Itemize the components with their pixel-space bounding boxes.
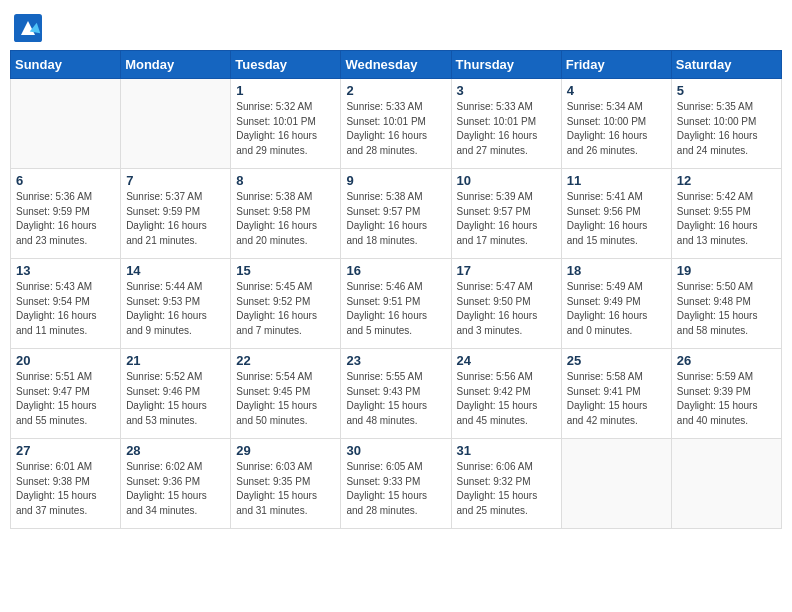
calendar-cell: 14Sunrise: 5:44 AM Sunset: 9:53 PM Dayli… <box>121 259 231 349</box>
day-number: 5 <box>677 83 776 98</box>
day-info: Sunrise: 5:37 AM Sunset: 9:59 PM Dayligh… <box>126 190 225 248</box>
day-number: 28 <box>126 443 225 458</box>
day-number: 16 <box>346 263 445 278</box>
day-info: Sunrise: 6:06 AM Sunset: 9:32 PM Dayligh… <box>457 460 556 518</box>
page-header <box>10 10 782 42</box>
day-info: Sunrise: 5:32 AM Sunset: 10:01 PM Daylig… <box>236 100 335 158</box>
day-info: Sunrise: 5:49 AM Sunset: 9:49 PM Dayligh… <box>567 280 666 338</box>
calendar-header-row: SundayMondayTuesdayWednesdayThursdayFrid… <box>11 51 782 79</box>
day-number: 21 <box>126 353 225 368</box>
calendar-cell: 20Sunrise: 5:51 AM Sunset: 9:47 PM Dayli… <box>11 349 121 439</box>
header-sunday: Sunday <box>11 51 121 79</box>
header-monday: Monday <box>121 51 231 79</box>
day-number: 25 <box>567 353 666 368</box>
day-info: Sunrise: 5:36 AM Sunset: 9:59 PM Dayligh… <box>16 190 115 248</box>
day-number: 6 <box>16 173 115 188</box>
day-info: Sunrise: 5:33 AM Sunset: 10:01 PM Daylig… <box>346 100 445 158</box>
calendar-table: SundayMondayTuesdayWednesdayThursdayFrid… <box>10 50 782 529</box>
calendar-cell: 4Sunrise: 5:34 AM Sunset: 10:00 PM Dayli… <box>561 79 671 169</box>
calendar-cell: 25Sunrise: 5:58 AM Sunset: 9:41 PM Dayli… <box>561 349 671 439</box>
day-number: 2 <box>346 83 445 98</box>
day-number: 17 <box>457 263 556 278</box>
calendar-cell: 16Sunrise: 5:46 AM Sunset: 9:51 PM Dayli… <box>341 259 451 349</box>
calendar-week-2: 6Sunrise: 5:36 AM Sunset: 9:59 PM Daylig… <box>11 169 782 259</box>
day-number: 24 <box>457 353 556 368</box>
calendar-cell: 9Sunrise: 5:38 AM Sunset: 9:57 PM Daylig… <box>341 169 451 259</box>
day-info: Sunrise: 5:38 AM Sunset: 9:57 PM Dayligh… <box>346 190 445 248</box>
calendar-cell: 28Sunrise: 6:02 AM Sunset: 9:36 PM Dayli… <box>121 439 231 529</box>
calendar-cell: 3Sunrise: 5:33 AM Sunset: 10:01 PM Dayli… <box>451 79 561 169</box>
day-number: 1 <box>236 83 335 98</box>
calendar-cell: 6Sunrise: 5:36 AM Sunset: 9:59 PM Daylig… <box>11 169 121 259</box>
day-info: Sunrise: 5:34 AM Sunset: 10:00 PM Daylig… <box>567 100 666 158</box>
header-tuesday: Tuesday <box>231 51 341 79</box>
calendar-week-5: 27Sunrise: 6:01 AM Sunset: 9:38 PM Dayli… <box>11 439 782 529</box>
calendar-week-4: 20Sunrise: 5:51 AM Sunset: 9:47 PM Dayli… <box>11 349 782 439</box>
day-info: Sunrise: 6:05 AM Sunset: 9:33 PM Dayligh… <box>346 460 445 518</box>
day-number: 11 <box>567 173 666 188</box>
day-info: Sunrise: 5:35 AM Sunset: 10:00 PM Daylig… <box>677 100 776 158</box>
logo-icon <box>14 14 42 42</box>
day-info: Sunrise: 5:47 AM Sunset: 9:50 PM Dayligh… <box>457 280 556 338</box>
calendar-week-3: 13Sunrise: 5:43 AM Sunset: 9:54 PM Dayli… <box>11 259 782 349</box>
calendar-cell: 21Sunrise: 5:52 AM Sunset: 9:46 PM Dayli… <box>121 349 231 439</box>
day-info: Sunrise: 5:42 AM Sunset: 9:55 PM Dayligh… <box>677 190 776 248</box>
calendar-cell: 19Sunrise: 5:50 AM Sunset: 9:48 PM Dayli… <box>671 259 781 349</box>
calendar-cell: 7Sunrise: 5:37 AM Sunset: 9:59 PM Daylig… <box>121 169 231 259</box>
calendar-cell: 26Sunrise: 5:59 AM Sunset: 9:39 PM Dayli… <box>671 349 781 439</box>
day-info: Sunrise: 5:54 AM Sunset: 9:45 PM Dayligh… <box>236 370 335 428</box>
day-number: 15 <box>236 263 335 278</box>
calendar-cell: 23Sunrise: 5:55 AM Sunset: 9:43 PM Dayli… <box>341 349 451 439</box>
day-number: 18 <box>567 263 666 278</box>
calendar-cell: 13Sunrise: 5:43 AM Sunset: 9:54 PM Dayli… <box>11 259 121 349</box>
calendar-cell <box>11 79 121 169</box>
day-number: 30 <box>346 443 445 458</box>
calendar-cell: 12Sunrise: 5:42 AM Sunset: 9:55 PM Dayli… <box>671 169 781 259</box>
calendar-cell: 11Sunrise: 5:41 AM Sunset: 9:56 PM Dayli… <box>561 169 671 259</box>
day-info: Sunrise: 5:45 AM Sunset: 9:52 PM Dayligh… <box>236 280 335 338</box>
calendar-cell: 24Sunrise: 5:56 AM Sunset: 9:42 PM Dayli… <box>451 349 561 439</box>
calendar-cell: 10Sunrise: 5:39 AM Sunset: 9:57 PM Dayli… <box>451 169 561 259</box>
day-info: Sunrise: 5:52 AM Sunset: 9:46 PM Dayligh… <box>126 370 225 428</box>
day-number: 26 <box>677 353 776 368</box>
calendar-cell: 22Sunrise: 5:54 AM Sunset: 9:45 PM Dayli… <box>231 349 341 439</box>
day-number: 7 <box>126 173 225 188</box>
day-number: 14 <box>126 263 225 278</box>
header-friday: Friday <box>561 51 671 79</box>
logo <box>14 14 46 42</box>
day-info: Sunrise: 5:50 AM Sunset: 9:48 PM Dayligh… <box>677 280 776 338</box>
calendar-cell: 31Sunrise: 6:06 AM Sunset: 9:32 PM Dayli… <box>451 439 561 529</box>
calendar-cell: 27Sunrise: 6:01 AM Sunset: 9:38 PM Dayli… <box>11 439 121 529</box>
day-info: Sunrise: 6:03 AM Sunset: 9:35 PM Dayligh… <box>236 460 335 518</box>
day-number: 8 <box>236 173 335 188</box>
day-number: 13 <box>16 263 115 278</box>
calendar-cell: 17Sunrise: 5:47 AM Sunset: 9:50 PM Dayli… <box>451 259 561 349</box>
day-info: Sunrise: 5:56 AM Sunset: 9:42 PM Dayligh… <box>457 370 556 428</box>
day-number: 3 <box>457 83 556 98</box>
day-info: Sunrise: 5:55 AM Sunset: 9:43 PM Dayligh… <box>346 370 445 428</box>
calendar-cell <box>561 439 671 529</box>
calendar-cell: 8Sunrise: 5:38 AM Sunset: 9:58 PM Daylig… <box>231 169 341 259</box>
calendar-cell <box>671 439 781 529</box>
day-number: 4 <box>567 83 666 98</box>
day-info: Sunrise: 5:58 AM Sunset: 9:41 PM Dayligh… <box>567 370 666 428</box>
calendar-cell: 5Sunrise: 5:35 AM Sunset: 10:00 PM Dayli… <box>671 79 781 169</box>
day-info: Sunrise: 5:44 AM Sunset: 9:53 PM Dayligh… <box>126 280 225 338</box>
day-info: Sunrise: 5:59 AM Sunset: 9:39 PM Dayligh… <box>677 370 776 428</box>
header-saturday: Saturday <box>671 51 781 79</box>
calendar-cell: 2Sunrise: 5:33 AM Sunset: 10:01 PM Dayli… <box>341 79 451 169</box>
day-number: 9 <box>346 173 445 188</box>
calendar-week-1: 1Sunrise: 5:32 AM Sunset: 10:01 PM Dayli… <box>11 79 782 169</box>
day-number: 27 <box>16 443 115 458</box>
day-number: 10 <box>457 173 556 188</box>
day-number: 29 <box>236 443 335 458</box>
day-info: Sunrise: 5:33 AM Sunset: 10:01 PM Daylig… <box>457 100 556 158</box>
day-number: 23 <box>346 353 445 368</box>
day-number: 19 <box>677 263 776 278</box>
calendar-cell: 1Sunrise: 5:32 AM Sunset: 10:01 PM Dayli… <box>231 79 341 169</box>
day-info: Sunrise: 5:46 AM Sunset: 9:51 PM Dayligh… <box>346 280 445 338</box>
day-number: 22 <box>236 353 335 368</box>
day-number: 20 <box>16 353 115 368</box>
calendar-cell: 15Sunrise: 5:45 AM Sunset: 9:52 PM Dayli… <box>231 259 341 349</box>
day-info: Sunrise: 5:39 AM Sunset: 9:57 PM Dayligh… <box>457 190 556 248</box>
